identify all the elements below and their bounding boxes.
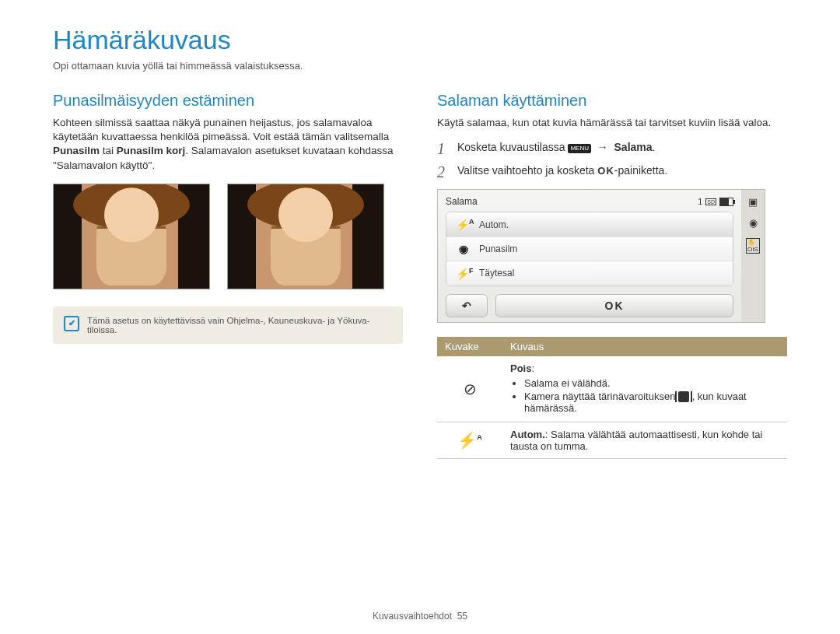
flash-options-table: Kuvake Kuvaus ⊘ Pois: Salama ei välähdä.… (437, 337, 787, 460)
side-redeye-icon: ◉ (749, 217, 758, 229)
redeye-icon (456, 243, 471, 255)
example-photo-row (53, 184, 403, 289)
right-heading: Salaman käyttäminen (437, 92, 787, 110)
left-para-pre: Kohteen silmissä saattaa näkyä punainen … (53, 117, 389, 142)
note-text: Tämä asetus on käytettävissä vain Ohjelm… (87, 316, 392, 335)
menu-icon: MENU (568, 144, 591, 153)
step-2-pre: Valitse vaihtoehto ja kosketa (457, 164, 597, 177)
left-opt1: Punasilm (53, 145, 100, 156)
row1-bullet2: Kamera näyttää tärinävaroituksen , kun k… (524, 391, 779, 415)
photo-redeye (53, 184, 210, 289)
left-paragraph: Kohteen silmissä saattaa näkyä punainen … (53, 116, 403, 173)
table-head-icon: Kuvake (437, 337, 502, 356)
step-2: 2 Valitse vaihtoehto ja kosketa OK-paini… (437, 164, 787, 180)
left-para-mid: tai (100, 145, 117, 156)
footer-section: Kuvausvaihtoehdot (373, 611, 452, 622)
flash-option-redeye-label: Punasilm (479, 243, 517, 254)
row2-desc: : Salama välähtää automaattisesti, kun k… (510, 429, 762, 452)
row2-title: Autom. (510, 429, 545, 440)
ok-button[interactable]: OK (495, 294, 733, 317)
step-2-post: -painiketta. (614, 164, 667, 177)
side-aspect-icon: ▣ (748, 196, 758, 208)
footer-page-number: 55 (457, 611, 467, 622)
step-2-number: 2 (437, 164, 450, 180)
right-column: Salaman käyttäminen Käytä salamaa, kun o… (437, 92, 787, 459)
row1-bullet1: Salama ei välähdä. (524, 377, 779, 389)
battery-icon (719, 198, 733, 206)
flash-auto-icon: A (456, 218, 471, 231)
flash-option-fill[interactable]: F Täytesal (446, 261, 733, 285)
camera-screen-title: Salama (446, 196, 478, 207)
page-footer: Kuvausvaihtoehdot 55 (0, 611, 840, 622)
step-1-text: Kosketa kuvaustilassa (457, 141, 568, 153)
step-1: 1 Kosketa kuvaustilassa MENU → Salama. (437, 141, 787, 156)
right-intro: Käytä salamaa, kun otat kuvia hämärässä … (437, 116, 787, 130)
page-title: Hämäräkuvaus (53, 25, 787, 55)
flash-fill-icon: F (456, 267, 471, 280)
table-row: A Autom.: Salama välähtää automaattisest… (437, 422, 787, 459)
note-box: ✔ Tämä asetus on käytettävissä vain Ohje… (53, 306, 403, 344)
left-column: Punasilmäisyyden estäminen Kohteen silmi… (53, 92, 403, 459)
back-button[interactable]: ↶ (446, 294, 488, 317)
sd-card-icon: SD (705, 198, 716, 205)
flash-off-icon: ⊘ (437, 356, 502, 422)
camera-side-icons: ▣ ◉ ✋OIS (741, 190, 765, 321)
step-1-end: . (653, 141, 656, 153)
left-heading: Punasilmäisyyden estäminen (53, 92, 403, 110)
flash-option-redeye[interactable]: Punasilm (446, 237, 733, 261)
arrow-icon: → (597, 141, 608, 153)
flash-option-fill-label: Täytesal (479, 268, 514, 278)
shake-warning-icon (678, 391, 689, 402)
flash-option-auto-label: Autom. (479, 219, 509, 230)
ok-icon: OK (597, 165, 614, 177)
step-1-number: 1 (437, 141, 450, 156)
photo-corrected (227, 184, 384, 289)
page-subtitle: Opi ottamaan kuvia yöllä tai himmeässä v… (53, 60, 787, 72)
info-icon: ✔ (64, 316, 79, 331)
table-head-desc: Kuvaus (502, 337, 787, 356)
camera-count: 1 (698, 197, 702, 206)
side-ois-icon: ✋OIS (746, 238, 760, 254)
camera-screen-illustration: Salama 1 SD A Autom. (437, 189, 765, 322)
table-row: ⊘ Pois: Salama ei välähdä. Kamera näyttä… (437, 356, 787, 422)
flash-auto-table-icon: A (437, 422, 502, 459)
step-1-target: Salama (614, 141, 653, 153)
flash-menu-list: A Autom. Punasilm F Täytesal (446, 212, 733, 285)
left-opt2: Punasilm korj (117, 145, 186, 156)
flash-option-auto[interactable]: A Autom. (446, 212, 733, 237)
row1-title: Pois (510, 363, 531, 374)
